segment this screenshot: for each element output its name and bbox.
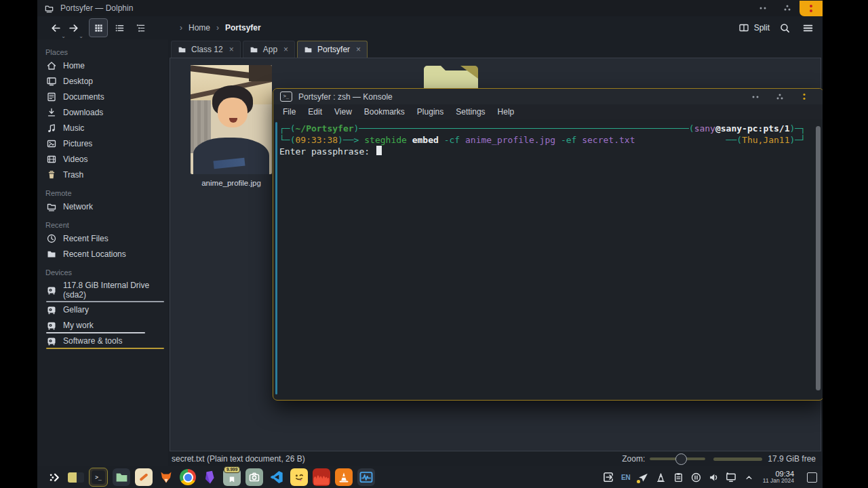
- terminal-scrollbar[interactable]: [816, 126, 821, 390]
- konsole-window: >_ Portsyfer : zsh — Konsole File Edit: [273, 88, 823, 401]
- sidebar-item-desktop[interactable]: Desktop: [37, 74, 168, 89]
- back-button[interactable]: ⌄: [47, 19, 64, 37]
- menu-bookmarks[interactable]: Bookmarks: [358, 107, 411, 117]
- taskbar-chrome-icon[interactable]: [180, 469, 196, 485]
- taskbar-dolphin-icon[interactable]: [113, 468, 130, 486]
- list-view-button[interactable]: [110, 18, 129, 37]
- sidebar-item-gellary[interactable]: Gellary: [37, 302, 168, 318]
- taskbar-badge-app-icon[interactable]: 9.999: [223, 468, 241, 486]
- details-view-icon: [136, 23, 146, 33]
- taskbar-camera-icon[interactable]: [245, 468, 263, 486]
- taskbar-flame-icon[interactable]: [313, 468, 330, 486]
- notification-dot: [637, 480, 640, 483]
- arrow-left-icon: [50, 22, 62, 34]
- dolphin-titlebar[interactable]: Portsyfer — Dolphin: [37, 0, 823, 16]
- command-flag: -ef: [561, 134, 582, 146]
- split-button[interactable]: Split: [738, 22, 770, 33]
- prompt-date: Thu,Jan11: [742, 134, 789, 146]
- sidebar-item-music[interactable]: Music: [37, 121, 168, 136]
- maximize-button[interactable]: [768, 89, 792, 104]
- details-view-button[interactable]: [131, 18, 150, 37]
- prompt-host: @sany-pc:pts/1: [715, 123, 790, 134]
- prompt-frame: ┌─(: [279, 123, 295, 134]
- tray-clipboard-icon[interactable]: [672, 471, 685, 484]
- taskbar-sysmon-icon[interactable]: [357, 468, 375, 486]
- menu-plugins[interactable]: Plugins: [411, 107, 450, 117]
- arrow-right-icon: [68, 22, 79, 34]
- sidebar-item-documents[interactable]: Documents: [37, 89, 168, 105]
- file-anime-profile[interactable]: anime_profile.jpg: [178, 65, 284, 187]
- dolphin-toolbar: ⌄ ⌄ ›: [37, 16, 823, 39]
- close-button[interactable]: [792, 89, 816, 104]
- tab-app[interactable]: App ×: [243, 41, 295, 58]
- konsole-title: Portsyfer : zsh — Konsole: [298, 92, 393, 102]
- konsole-titlebar[interactable]: >_ Portsyfer : zsh — Konsole: [273, 89, 823, 104]
- tray-telegram-icon[interactable]: [637, 471, 650, 484]
- sidebar-item-home[interactable]: Home: [37, 58, 168, 74]
- tray-volume-icon[interactable]: [707, 471, 720, 484]
- tray-expand-button[interactable]: [743, 471, 755, 484]
- virtual-desktop-pager[interactable]: [68, 472, 84, 483]
- selection-info: secret.txt (Plain text document, 26 B): [172, 454, 305, 464]
- app-launcher-button[interactable]: [45, 468, 63, 486]
- minimize-button[interactable]: [743, 89, 768, 104]
- close-tab-icon[interactable]: ×: [283, 45, 288, 54]
- tray-cast-icon[interactable]: [725, 471, 738, 484]
- sidebar-item-recent-locations[interactable]: Recent Locations: [37, 247, 168, 262]
- search-button[interactable]: [776, 20, 793, 36]
- minimize-button[interactable]: [751, 0, 775, 16]
- close-tab-icon[interactable]: ×: [356, 45, 361, 54]
- grid-view-icon: [94, 23, 104, 33]
- breadcrumb-current[interactable]: Portsyfer: [225, 23, 261, 33]
- forward-button[interactable]: ⌄: [64, 19, 82, 37]
- maximize-button[interactable]: [775, 0, 800, 16]
- menu-view[interactable]: View: [328, 107, 358, 117]
- sidebar-item-recent-files[interactable]: Recent Files: [37, 231, 168, 247]
- command-arg-embed-file: secret.txt: [582, 134, 635, 146]
- sidebar-item-software-tools[interactable]: Software & tools: [37, 333, 168, 349]
- prompt-frame: ──(: [726, 134, 742, 146]
- sidebar-item-internal-drive[interactable]: 117.8 GiB Internal Drive (sda2): [37, 279, 168, 302]
- trash-icon: [46, 169, 57, 180]
- screen-icon: [725, 471, 737, 483]
- taskbar-obsidian-icon[interactable]: [201, 468, 218, 486]
- taskbar-firefox-icon[interactable]: [157, 468, 175, 486]
- tab-portsyfer[interactable]: Portsyfer ×: [297, 41, 368, 58]
- taskbar-konsole-icon[interactable]: >_: [89, 468, 108, 487]
- close-button[interactable]: [800, 1, 823, 16]
- sidebar-item-my-work[interactable]: My work: [37, 318, 168, 333]
- menu-settings[interactable]: Settings: [450, 107, 491, 117]
- passphrase-prompt-line: Enter passphrase:: [279, 146, 806, 157]
- tray-session-icon[interactable]: [602, 471, 615, 484]
- zoom-slider[interactable]: [650, 458, 705, 460]
- folder-icon: [115, 470, 129, 485]
- show-desktop-button[interactable]: [807, 472, 817, 483]
- tray-vlc-icon[interactable]: [654, 471, 667, 484]
- tray-media-pause-icon[interactable]: [690, 471, 703, 484]
- clock[interactable]: 09:34 11 Jan 2024: [763, 470, 794, 484]
- sidebar-item-network[interactable]: Network: [37, 199, 168, 215]
- close-tab-icon[interactable]: ×: [229, 45, 234, 54]
- taskbar-vscode-icon[interactable]: [268, 468, 285, 486]
- split-icon: [738, 22, 749, 33]
- taskbar-vlc-icon[interactable]: [335, 468, 353, 486]
- terminal-output[interactable]: ┌─(~/Portsyfer)(sany@sany-pc:pts/1)─┐ └─…: [273, 119, 823, 400]
- keyboard-layout-indicator[interactable]: EN: [620, 471, 632, 484]
- menu-help[interactable]: Help: [492, 107, 521, 117]
- sidebar-item-label: Videos: [63, 155, 87, 164]
- zoom-slider-handle[interactable]: [675, 453, 687, 465]
- toolbar-right: Split: [738, 20, 823, 36]
- menu-file[interactable]: File: [277, 107, 302, 117]
- breadcrumb-home[interactable]: Home: [189, 23, 210, 33]
- taskbar-emoji-icon[interactable]: [290, 468, 308, 486]
- hamburger-menu-button[interactable]: [800, 20, 816, 36]
- icons-view-button[interactable]: [89, 18, 108, 37]
- sidebar-item-label: Recent Locations: [63, 249, 126, 259]
- sidebar-item-trash[interactable]: Trash: [37, 167, 168, 183]
- menu-edit[interactable]: Edit: [302, 107, 328, 117]
- sidebar-item-pictures[interactable]: Pictures: [37, 136, 168, 152]
- sidebar-item-videos[interactable]: Videos: [37, 152, 168, 167]
- taskbar-kate-icon[interactable]: [135, 468, 153, 486]
- sidebar-item-downloads[interactable]: Downloads: [37, 105, 168, 121]
- tab-class-12[interactable]: Class 12 ×: [171, 41, 241, 58]
